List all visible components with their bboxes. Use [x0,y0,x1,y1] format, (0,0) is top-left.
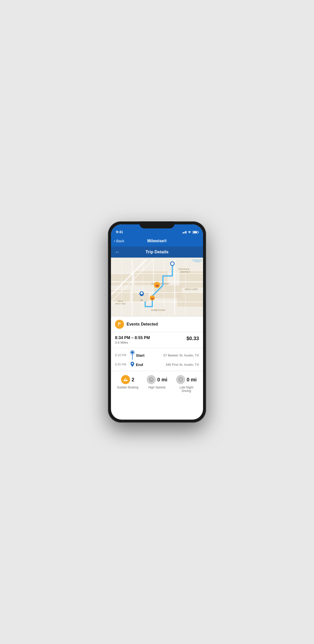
trip-time-range: 8:34 PM – 8:55 PM [115,336,150,340]
phone-frame: 9:41 ‹ [108,221,206,423]
svg-point-28 [170,262,174,266]
trip-back-arrow[interactable]: ← [115,250,120,255]
phone-screen: 9:41 ‹ [111,224,203,420]
back-button[interactable]: ‹ Back [114,239,124,243]
start-address: 57 Beeker St. Austin, TX [148,353,199,357]
wifi-icon [188,230,191,234]
svg-point-40 [179,378,182,382]
speed-icon [147,375,156,384]
trip-title: Trip Details [145,250,169,255]
brake-icon [123,378,128,382]
trip-miles: 3.6 Miles [115,341,150,344]
svg-point-39 [151,379,152,380]
end-dot-col [129,362,136,367]
end-pin-icon [130,362,134,367]
svg-point-34 [140,292,143,294]
status-icons [182,230,198,234]
night-value: 0 mi [187,377,197,383]
svg-text:FULTON R.: FULTON R. [179,268,190,270]
route-section: 8:34 PM Start 57 Beeker St. Austin, TX 8… [111,348,203,371]
flag-icon [117,322,122,327]
svg-text:WEST LOOP: WEST LOOP [185,288,198,291]
svg-text:DISTRICT: DISTRICT [180,271,190,273]
svg-text:NEAR: NEAR [118,300,123,302]
start-label: Start [136,353,148,357]
svg-point-33 [140,300,143,301]
svg-point-35 [132,363,133,364]
app-title: Milewise® [147,239,167,243]
stats-row: 2 Sudden Braking 0 mi [111,371,203,397]
signal-bar-4 [186,231,186,233]
speeds-label: High Speeds [148,386,166,389]
svg-rect-37 [125,379,126,380]
events-label: Events Detected [127,322,158,327]
signal-bar-1 [182,232,183,233]
stat-braking-top: 2 [121,375,134,384]
start-time: 8:34 PM [115,353,129,357]
events-row: Events Detected [111,317,203,332]
stat-speeds-top: 0 mi [147,375,167,384]
stat-high-speeds: 0 mi High Speeds [142,375,172,389]
map-svg: FULTON R. DISTRICT FULTON MARKET WEST LO… [111,258,203,317]
route-start-row: 8:34 PM Start 57 Beeker St. Austin, TX [115,351,199,360]
speeds-value: 0 mi [157,377,167,383]
route-line [132,354,133,360]
events-icon [115,320,124,329]
start-dot-col [129,351,136,360]
notch [139,221,175,228]
svg-text:🚗: 🚗 [151,297,154,300]
end-label: End [136,363,148,367]
svg-text:WEST SIDE: WEST SIDE [115,303,126,305]
night-icon [176,375,185,384]
svg-text:GREEKTOWN: GREEKTOWN [151,309,165,311]
svg-rect-36 [124,380,128,381]
trip-info: 8:34 PM – 8:55 PM 3.6 Miles $0.33 [111,332,203,348]
back-label: Back [116,239,124,243]
braking-icon [121,375,130,384]
end-address: 345 First St. Austin, TX [148,363,199,367]
night-label: Late NightDriving [179,386,193,393]
stat-night-top: 0 mi [176,375,197,384]
signal-bar-3 [185,231,185,233]
route-end-row: 8:55 PM End 345 First St. Austin, TX [115,362,199,367]
signal-bar-2 [183,232,184,233]
trip-details-header: ← Trip Details [111,247,203,258]
trip-cost: $0.33 [186,336,199,341]
end-time: 8:55 PM [115,363,129,366]
braking-label: Sudden Braking [117,386,138,389]
moon-icon [178,377,183,382]
stat-late-night: 0 mi Late NightDriving [172,375,201,393]
stat-sudden-braking: 2 Sudden Braking [113,375,142,389]
back-chevron-icon: ‹ [114,239,115,243]
status-time: 9:41 [116,230,123,234]
start-dot [131,351,134,354]
map-area: FULTON R. DISTRICT FULTON MARKET WEST LO… [111,258,203,317]
svg-rect-7 [177,293,203,307]
nav-bar: ‹ Back Milewise® [111,235,203,247]
speedometer-icon [149,377,154,382]
signal-bars [182,231,187,233]
braking-value: 2 [132,377,134,383]
svg-text:🚗: 🚗 [155,284,159,287]
svg-point-41 [181,379,182,379]
battery-icon [192,231,198,234]
